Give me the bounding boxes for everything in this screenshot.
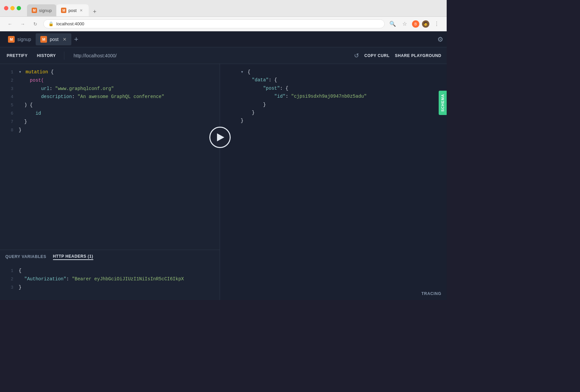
field-url: url bbox=[41, 86, 49, 91]
result-line-1: ▾ { bbox=[220, 68, 447, 76]
variables-editor[interactable]: 1 { 2 "Authorization": "Bearer eyJhbGciO… bbox=[0, 263, 220, 300]
query-editor[interactable]: 1 ▾ mutation { 2 post( 3 url: "www.graph… bbox=[0, 64, 220, 250]
endpoint-url: http://localhost:4000/ bbox=[71, 53, 347, 58]
var-line-2: 2 "Authorization": "Bearer eyJhbGciOiJIU… bbox=[0, 275, 220, 283]
run-button[interactable] bbox=[209, 127, 231, 148]
tab-letter-post: M bbox=[40, 36, 47, 43]
code-line-3: 3 url: "www.graphqlconf.org" bbox=[0, 85, 220, 93]
prettify-button[interactable]: PRETTIFY bbox=[5, 51, 29, 60]
line-number-2: 2 bbox=[5, 77, 13, 84]
code-line-5: 5 ) { bbox=[0, 101, 220, 109]
browser-titlebar: M signup M post ✕ + bbox=[0, 0, 447, 17]
add-tab-button[interactable]: + bbox=[71, 34, 81, 44]
code-line-2: 2 post( bbox=[0, 76, 220, 85]
toolbar-divider bbox=[64, 52, 64, 60]
tab-letter-signup: M bbox=[8, 36, 15, 43]
right-panel: ▾ { "data": { "post": { bbox=[220, 64, 447, 300]
code-line-1: 1 ▾ mutation { bbox=[0, 68, 220, 76]
code-line-7: 7 } bbox=[0, 118, 220, 126]
field-id: id bbox=[35, 111, 41, 116]
code-line-8: 8 } bbox=[0, 126, 220, 134]
keyword-mutation: mutation bbox=[26, 69, 48, 75]
var-line-1: 1 { bbox=[0, 267, 220, 275]
traffic-lights bbox=[4, 6, 21, 10]
bottom-bar: QUERY VARIABLES HTTP HEADERS (1) bbox=[0, 250, 220, 263]
var-line-number-2: 2 bbox=[5, 276, 13, 283]
settings-gear-icon[interactable]: ⚙ bbox=[437, 35, 443, 43]
traffic-light-green[interactable] bbox=[17, 6, 21, 10]
app-tab-signup[interactable]: M signup bbox=[3, 33, 36, 45]
tab-favicon-post: M bbox=[61, 8, 66, 13]
result-post-key: "post" bbox=[263, 86, 280, 91]
result-line-7: } bbox=[220, 117, 447, 125]
line-number-6: 6 bbox=[5, 110, 13, 117]
reload-button[interactable]: ↻ bbox=[31, 19, 40, 29]
copy-curl-button[interactable]: COPY CURL bbox=[364, 53, 390, 58]
header-authorization-key: "Authorization" bbox=[24, 276, 66, 282]
line-number-4: 4 bbox=[5, 94, 13, 101]
app-tab-close-post[interactable]: ✕ bbox=[63, 37, 67, 42]
string-description-value: "An awesome GraphQL conference" bbox=[77, 94, 164, 99]
result-line-4: "id": "cjpsi9sdxh9aj0947nb0z5adu" bbox=[220, 92, 447, 100]
browser-addressbar: ← → ↻ 🔒 localhost:4000 🔍 ☆ B 🧑 ⋮ bbox=[0, 17, 447, 31]
address-text: localhost:4000 bbox=[56, 21, 84, 26]
line-number-5: 5 bbox=[5, 102, 13, 109]
result-editor: ▾ { "data": { "post": { bbox=[220, 64, 447, 129]
new-tab-button[interactable]: + bbox=[90, 7, 99, 16]
browser-tabs: M signup M post ✕ + bbox=[27, 0, 99, 16]
result-data-key: "data" bbox=[252, 77, 269, 83]
play-icon bbox=[217, 133, 224, 141]
result-id-value: "cjpsi9sdxh9aj0947nb0z5adu" bbox=[291, 94, 367, 99]
traffic-light-red[interactable] bbox=[4, 6, 8, 10]
http-headers-tab[interactable]: HTTP HEADERS (1) bbox=[53, 253, 93, 260]
header-authorization-value: "Bearer eyJhbGciOiJIUzI1NiIsInR5cCI6IkpX bbox=[72, 276, 184, 282]
tab-label-app-signup: signup bbox=[17, 37, 31, 42]
run-button-overlay bbox=[209, 127, 231, 148]
schema-tab[interactable]: SCHEMA bbox=[439, 91, 447, 115]
back-button[interactable]: ← bbox=[5, 19, 15, 29]
brave-icon[interactable]: B bbox=[412, 20, 419, 28]
tab-close-post[interactable]: ✕ bbox=[79, 8, 84, 13]
collapse-arrow-1[interactable]: ▾ bbox=[19, 69, 24, 75]
app-tabs: M signup M post ✕ + ⚙ bbox=[0, 31, 447, 47]
keyword-post: post( bbox=[30, 78, 44, 83]
history-button[interactable]: HISTORY bbox=[36, 51, 57, 60]
menu-icon[interactable]: ⋮ bbox=[432, 19, 441, 29]
editor-area: 1 ▾ mutation { 2 post( 3 url: "www.graph… bbox=[0, 64, 447, 300]
app-tab-post[interactable]: M post ✕ bbox=[36, 33, 71, 45]
code-line-6: 6 id bbox=[0, 109, 220, 118]
field-description: description bbox=[41, 94, 72, 99]
avatar-icon[interactable]: 🧑 bbox=[422, 20, 429, 28]
tab-favicon-signup: M bbox=[32, 8, 37, 13]
result-line-3: "post": { bbox=[220, 84, 447, 92]
var-line-number-3: 3 bbox=[5, 284, 13, 291]
line-number-3: 3 bbox=[5, 86, 13, 93]
forward-button[interactable]: → bbox=[18, 19, 27, 29]
result-collapse-arrow[interactable]: ▾ bbox=[241, 69, 246, 75]
browser-actions: 🔍 ☆ B 🧑 ⋮ bbox=[388, 19, 441, 29]
search-icon[interactable]: 🔍 bbox=[388, 19, 397, 29]
query-variables-tab[interactable]: QUERY VARIABLES bbox=[5, 254, 46, 260]
var-line-3: 3 } bbox=[0, 283, 220, 292]
bookmark-icon[interactable]: ☆ bbox=[400, 19, 409, 29]
tab-label-signup: signup bbox=[39, 8, 52, 13]
line-number-8: 8 bbox=[5, 127, 13, 134]
result-line-5: } bbox=[220, 101, 447, 109]
tracing-button[interactable]: TRACING bbox=[421, 291, 441, 296]
refresh-icon[interactable]: ↺ bbox=[354, 52, 359, 59]
line-number-1: 1 bbox=[5, 69, 13, 76]
string-url-value: "www.graphqlconf.org" bbox=[55, 86, 114, 91]
share-playground-button[interactable]: SHARE PLAYGROUND bbox=[395, 53, 441, 58]
app: M signup M post ✕ + ⚙ PRETTIFY HISTORY h… bbox=[0, 31, 447, 300]
code-line-4: 4 description: "An awesome GraphQL confe… bbox=[0, 93, 220, 101]
browser-tab-post[interactable]: M post ✕ bbox=[56, 4, 89, 16]
bottom-tabs: QUERY VARIABLES HTTP HEADERS (1) bbox=[5, 250, 214, 263]
toolbar: PRETTIFY HISTORY http://localhost:4000/ … bbox=[0, 47, 447, 64]
browser-tab-signup[interactable]: M signup bbox=[27, 4, 56, 16]
result-id-key: "id" bbox=[274, 94, 286, 99]
tab-label-app-post: post bbox=[50, 37, 58, 42]
traffic-light-yellow[interactable] bbox=[10, 6, 15, 10]
address-bar[interactable]: 🔒 localhost:4000 bbox=[43, 19, 385, 28]
tab-label-post: post bbox=[68, 8, 77, 13]
var-line-number-1: 1 bbox=[5, 268, 13, 275]
